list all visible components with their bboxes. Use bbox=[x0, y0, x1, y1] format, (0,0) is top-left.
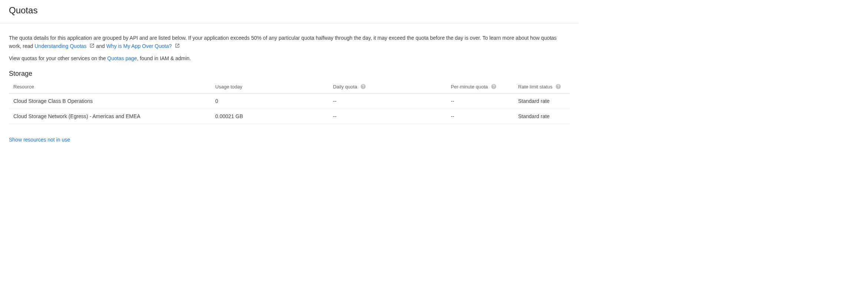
table-header-resource: Resource bbox=[9, 80, 211, 94]
cell-rate-limit-status: Standard rate bbox=[514, 94, 570, 109]
external-link-icon bbox=[175, 43, 180, 48]
understanding-quotas-link-label: Understanding Quotas bbox=[34, 43, 86, 49]
table-header-daily-quota: Daily quota bbox=[329, 80, 447, 94]
quotas-page-link[interactable]: Quotas page bbox=[107, 55, 137, 61]
table-header-per-minute-quota-label: Per-minute quota bbox=[451, 84, 488, 90]
show-resources-row: Show resources not in use bbox=[9, 137, 570, 143]
table-header-per-minute-quota: Per-minute quota bbox=[446, 80, 513, 94]
help-icon[interactable] bbox=[360, 84, 366, 90]
quotas-page-link-label: Quotas page bbox=[107, 55, 137, 61]
external-link-icon bbox=[89, 43, 95, 48]
cell-per-minute-quota: -- bbox=[446, 109, 513, 124]
content-area: The quota details for this application a… bbox=[0, 23, 579, 150]
table-header-row: Resource Usage today Daily quota Per-min… bbox=[9, 80, 570, 94]
intro2-after: , found in IAM & admin. bbox=[137, 55, 191, 61]
cell-usage-today: 0.00021 GB bbox=[211, 109, 329, 124]
cell-per-minute-quota: -- bbox=[446, 94, 513, 109]
cell-usage-today: 0 bbox=[211, 94, 329, 109]
table-header-usage-today: Usage today bbox=[211, 80, 329, 94]
table-header-rate-limit-status: Rate limit status bbox=[514, 80, 570, 94]
table-row: Cloud Storage Network (Egress) - America… bbox=[9, 109, 570, 124]
section-title-storage: Storage bbox=[9, 70, 570, 78]
intro-paragraph-1: The quota details for this application a… bbox=[9, 34, 570, 51]
page-header: Quotas bbox=[0, 0, 579, 23]
cell-daily-quota: -- bbox=[329, 94, 447, 109]
table-header-rate-limit-status-label: Rate limit status bbox=[518, 84, 552, 90]
cell-resource: Cloud Storage Class B Operations bbox=[9, 94, 211, 109]
show-resources-not-in-use-link[interactable]: Show resources not in use bbox=[9, 137, 70, 143]
cell-resource: Cloud Storage Network (Egress) - America… bbox=[9, 109, 211, 124]
table-header-daily-quota-label: Daily quota bbox=[333, 84, 357, 90]
cell-daily-quota: -- bbox=[329, 109, 447, 124]
why-over-quota-link[interactable]: Why is My App Over Quota? bbox=[106, 43, 180, 49]
help-icon[interactable] bbox=[555, 84, 561, 90]
quotas-table: Resource Usage today Daily quota Per-min… bbox=[9, 80, 570, 124]
page-title: Quotas bbox=[9, 5, 570, 16]
help-icon[interactable] bbox=[491, 84, 497, 90]
intro2-before: View quotas for your other services on t… bbox=[9, 55, 107, 61]
cell-rate-limit-status: Standard rate bbox=[514, 109, 570, 124]
intro-paragraph-2: View quotas for your other services on t… bbox=[9, 54, 570, 62]
why-over-quota-link-label: Why is My App Over Quota? bbox=[106, 43, 172, 49]
intro-text-between: and bbox=[96, 43, 106, 49]
understanding-quotas-link[interactable]: Understanding Quotas bbox=[34, 43, 96, 49]
table-row: Cloud Storage Class B Operations 0 -- --… bbox=[9, 94, 570, 109]
